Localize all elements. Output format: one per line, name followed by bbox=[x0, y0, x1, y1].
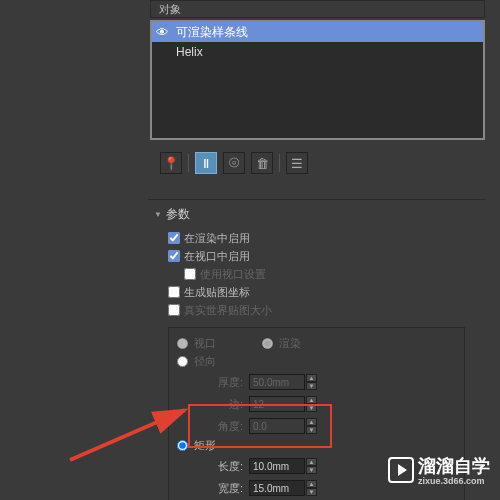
length-spinner[interactable]: ▲▼ bbox=[249, 458, 317, 474]
spinner-up-icon[interactable]: ▲ bbox=[306, 418, 317, 426]
spinner-down-icon[interactable]: ▼ bbox=[306, 466, 317, 474]
spinner-input[interactable] bbox=[249, 418, 305, 434]
spinner-input[interactable] bbox=[249, 480, 305, 496]
checkbox-label: 在视口中启用 bbox=[184, 249, 250, 264]
config-icon: ☰ bbox=[291, 156, 303, 171]
param-label: 宽度: bbox=[199, 481, 243, 496]
radial-radio[interactable] bbox=[177, 356, 188, 367]
spinner-down-icon[interactable]: ▼ bbox=[306, 488, 317, 496]
checkbox-label: 使用视口设置 bbox=[200, 267, 266, 282]
spinner-down-icon[interactable]: ▼ bbox=[306, 382, 317, 390]
use-viewport-checkbox[interactable]: 使用视口设置 bbox=[168, 265, 465, 283]
section-title: 参数 bbox=[166, 206, 190, 223]
object-list[interactable]: 👁 可渲染样条线 Helix bbox=[150, 20, 485, 140]
section-header[interactable]: ▼ 参数 bbox=[148, 204, 485, 225]
spinner-up-icon[interactable]: ▲ bbox=[306, 480, 317, 488]
checkbox-input[interactable] bbox=[184, 268, 196, 280]
link-icon: ⦾ bbox=[229, 155, 239, 171]
radio-label: 渲染 bbox=[279, 336, 309, 351]
radial-radio-row[interactable]: 径向 bbox=[177, 352, 456, 370]
list-item-label: Helix bbox=[176, 45, 203, 59]
sides-row: 边: ▲▼ bbox=[199, 394, 456, 414]
sides-spinner[interactable]: ▲▼ bbox=[249, 396, 317, 412]
gen-map-checkbox[interactable]: 生成贴图坐标 bbox=[168, 283, 465, 301]
real-world-checkbox[interactable]: 真实世界贴图大小 bbox=[168, 301, 465, 319]
play-icon bbox=[388, 457, 414, 483]
visibility-icon[interactable]: 👁 bbox=[156, 25, 176, 40]
checkbox-label: 真实世界贴图大小 bbox=[184, 303, 272, 318]
enable-render-checkbox[interactable]: 在渲染中启用 bbox=[168, 229, 465, 247]
watermark-brand: 溜溜自学 bbox=[418, 456, 490, 476]
render-radio[interactable] bbox=[262, 338, 273, 349]
spinner-down-icon[interactable]: ▼ bbox=[306, 426, 317, 434]
param-label: 边: bbox=[199, 397, 243, 412]
topbar: 对象 bbox=[150, 0, 485, 18]
checkbox-label: 生成贴图坐标 bbox=[184, 285, 250, 300]
info-icon: Ⅱ bbox=[203, 156, 209, 171]
param-label: 长度: bbox=[199, 459, 243, 474]
spinner-down-icon[interactable]: ▼ bbox=[306, 404, 317, 412]
modifier-toolbar: 📍 Ⅱ ⦾ 🗑 ☰ bbox=[160, 148, 308, 178]
angle-spinner[interactable]: ▲▼ bbox=[249, 418, 317, 434]
radio-label: 径向 bbox=[194, 354, 216, 369]
param-label: 厚度: bbox=[199, 375, 243, 390]
checkbox-label: 在渲染中启用 bbox=[184, 231, 250, 246]
thickness-row: 厚度: ▲▼ bbox=[199, 372, 456, 392]
show-result-button[interactable]: Ⅱ bbox=[195, 152, 217, 174]
spinner-up-icon[interactable]: ▲ bbox=[306, 396, 317, 404]
checkbox-input[interactable] bbox=[168, 304, 180, 316]
enable-viewport-checkbox[interactable]: 在视口中启用 bbox=[168, 247, 465, 265]
spinner-input[interactable] bbox=[249, 396, 305, 412]
list-item-label: 可渲染样条线 bbox=[176, 24, 248, 41]
radio-label: 矩形 bbox=[194, 438, 216, 453]
spinner-up-icon[interactable]: ▲ bbox=[306, 374, 317, 382]
pin-icon: 📍 bbox=[163, 156, 179, 171]
make-unique-button[interactable]: ⦾ bbox=[223, 152, 245, 174]
rect-radio[interactable] bbox=[177, 440, 188, 451]
list-item[interactable]: Helix bbox=[152, 42, 483, 62]
watermark-url: zixue.3d66.com bbox=[418, 476, 490, 486]
thickness-spinner[interactable]: ▲▼ bbox=[249, 374, 317, 390]
trash-icon: 🗑 bbox=[256, 156, 269, 171]
checkbox-input[interactable] bbox=[168, 286, 180, 298]
viewport-render-radio-row: 视口 渲染 bbox=[177, 334, 456, 352]
viewport-radio[interactable] bbox=[177, 338, 188, 349]
delete-button[interactable]: 🗑 bbox=[251, 152, 273, 174]
pin-button[interactable]: 📍 bbox=[160, 152, 182, 174]
spinner-up-icon[interactable]: ▲ bbox=[306, 458, 317, 466]
radial-angle-row: 角度: ▲▼ bbox=[199, 416, 456, 436]
configure-button[interactable]: ☰ bbox=[286, 152, 308, 174]
spinner-input[interactable] bbox=[249, 374, 305, 390]
collapse-icon: ▼ bbox=[154, 210, 162, 219]
width-spinner[interactable]: ▲▼ bbox=[249, 480, 317, 496]
rect-radio-row[interactable]: 矩形 bbox=[177, 436, 456, 454]
checkbox-input[interactable] bbox=[168, 250, 180, 262]
param-label: 角度: bbox=[199, 419, 243, 434]
checkbox-input[interactable] bbox=[168, 232, 180, 244]
list-item[interactable]: 👁 可渲染样条线 bbox=[152, 22, 483, 42]
spinner-input[interactable] bbox=[249, 458, 305, 474]
topbar-label: 对象 bbox=[159, 2, 181, 17]
watermark: 溜溜自学 zixue.3d66.com bbox=[388, 454, 490, 486]
radio-label: 视口 bbox=[194, 336, 224, 351]
